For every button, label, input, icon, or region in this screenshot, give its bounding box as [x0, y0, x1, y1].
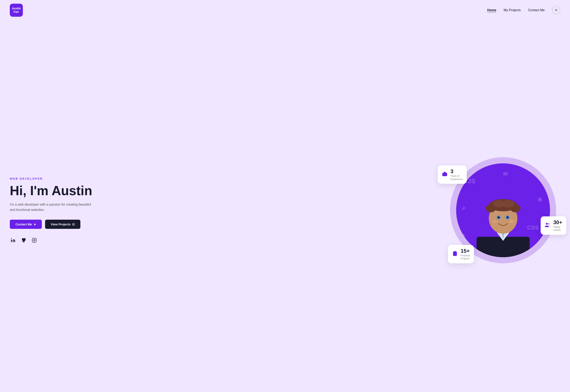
logo[interactable]: AustinFarr	[10, 4, 23, 17]
svg-point-1	[11, 238, 12, 239]
stat-experience-content: 3 Years of Experience	[450, 168, 463, 181]
hero-subtitle: WEB DEVELOPER	[10, 177, 96, 180]
projects-label: View Projects	[51, 223, 71, 226]
svg-point-14	[502, 200, 514, 208]
svg-point-20	[509, 220, 514, 223]
experience-label: Years of Experience	[450, 175, 463, 181]
clients-label: Happy Clients	[553, 225, 562, 232]
linkedin-icon[interactable]	[10, 237, 16, 243]
sun-icon: ☀	[555, 8, 558, 13]
svg-point-18	[507, 216, 509, 218]
users-icon	[545, 222, 550, 229]
person-svg	[468, 176, 538, 257]
experience-number: 3	[450, 168, 453, 174]
person-portrait	[468, 176, 538, 257]
social-links	[10, 237, 96, 243]
react-icon: ⚛	[537, 196, 542, 203]
projects-number: 15+	[461, 248, 470, 254]
stat-projects-content: 15+ Finished Projects	[461, 248, 470, 260]
navbar: AustinFarr Home My Projects Contact Me ☀	[0, 0, 570, 20]
stat-clients-content: 30+ Happy Clients	[553, 219, 562, 232]
hero-title: Hi, I'm Austin	[10, 183, 96, 198]
hero-section: WEB DEVELOPER Hi, I'm Austin I'm a web d…	[0, 20, 570, 392]
view-projects-button[interactable]: View Projects ⊡	[45, 220, 80, 229]
stat-card-experience: 3 Years of Experience	[438, 165, 467, 184]
briefcase-icon	[442, 171, 448, 178]
hero-buttons: Contact Me ➤ View Projects ⊡	[10, 220, 96, 229]
hero-left: WEB DEVELOPER Hi, I'm Austin I'm a web d…	[10, 177, 96, 244]
svg-point-17	[498, 216, 500, 218]
nav-link-projects[interactable]: My Projects	[504, 8, 521, 12]
svg-point-19	[492, 220, 497, 223]
nav-link-contact[interactable]: Contact Me	[528, 8, 545, 12]
clipboard-icon	[452, 251, 458, 258]
contact-label: Contact Me	[15, 223, 32, 226]
next-icon: ⌇	[538, 171, 541, 177]
stat-card-projects: 15+ Finished Projects	[448, 245, 474, 263]
css3-icon: ◈	[461, 232, 465, 238]
logo-text: AustinFarr	[12, 7, 21, 14]
theme-toggle-button[interactable]: ☀	[552, 6, 560, 14]
svg-rect-0	[11, 240, 12, 242]
svg-rect-23	[454, 251, 456, 252]
clients-number: 30+	[553, 219, 562, 225]
hero-description: I'm a web developer with a passion for c…	[10, 202, 96, 212]
send-icon: ➤	[34, 223, 36, 226]
svg-point-22	[546, 223, 548, 224]
nav-links: Home My Projects Contact Me ☀	[487, 6, 560, 14]
circle-inner: JS ✉ ⌇ ⚛ N CSS ◈ ⬡ ↗	[456, 163, 550, 257]
svg-rect-2	[32, 238, 36, 242]
github-icon[interactable]	[20, 237, 27, 243]
contact-me-button[interactable]: Contact Me ➤	[10, 220, 42, 229]
arrow-icon: ↗	[461, 206, 465, 212]
nav-link-home[interactable]: Home	[487, 8, 496, 12]
instagram-icon[interactable]	[31, 237, 38, 243]
stat-card-clients: 30+ Happy Clients	[541, 216, 566, 235]
projects-label: Finished Projects	[461, 254, 470, 260]
hero-right: JS ✉ ⌇ ⚛ N CSS ◈ ⬡ ↗	[446, 153, 560, 267]
folder-icon: ⊡	[72, 223, 75, 226]
